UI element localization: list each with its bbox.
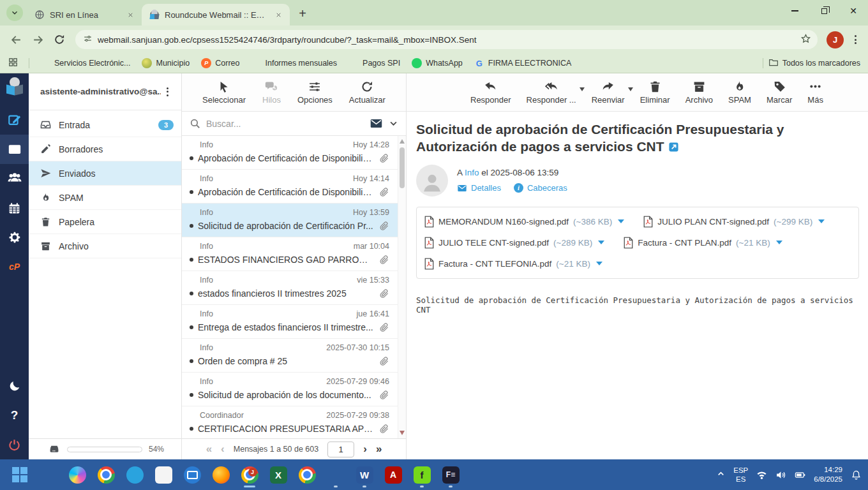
window-close-button[interactable]: ✕: [839, 0, 868, 22]
bookmark-item[interactable]: Municipio: [136, 58, 195, 68]
folder-item[interactable]: Archivo: [29, 234, 181, 258]
taskbar-app-button[interactable]: [295, 461, 319, 489]
window-minimize-button[interactable]: [780, 0, 809, 22]
bookmark-item[interactable]: WhatsApp: [406, 58, 468, 68]
folder-item[interactable]: Enviados: [29, 161, 181, 186]
attachment-chip[interactable]: Factura - CNT PLAN.pdf (~21 KB): [624, 237, 782, 249]
help-button[interactable]: ?: [0, 401, 29, 430]
next-page-button[interactable]: ›: [363, 443, 367, 456]
wifi-icon[interactable]: [756, 470, 767, 480]
message-toolbar-button[interactable]: Más: [807, 80, 823, 105]
recipient-link[interactable]: Info: [465, 168, 479, 177]
search-input[interactable]: [206, 119, 364, 129]
scrollbar-thumb[interactable]: [400, 147, 405, 188]
url-text[interactable]: webmail.sanjuan.gob.ec/cpsess1525424746/…: [98, 35, 795, 45]
attachment-menu-caret-icon[interactable]: [596, 262, 602, 265]
dark-mode-button[interactable]: [0, 371, 29, 401]
prev-page-button[interactable]: ‹: [221, 443, 225, 456]
bookmark-item[interactable]: Pagos SPI: [343, 58, 406, 68]
attachment-name[interactable]: JULIO TELE CNT-signed.pdf: [438, 238, 549, 248]
taskbar-app-button[interactable]: F≡: [438, 461, 463, 489]
attachment-chip[interactable]: Factura - CNT TLEFONIA.pdf (~21 KB): [424, 258, 602, 270]
last-page-button[interactable]: »: [376, 443, 382, 456]
attachment-menu-caret-icon[interactable]: [618, 219, 624, 223]
message-list-item[interactable]: Info vie 15:33 estados financieros II tr…: [182, 271, 406, 305]
message-toolbar-button[interactable]: SPAM: [728, 80, 751, 105]
attachment-name[interactable]: MEMORANDUM N160-signed.pdf: [438, 217, 569, 226]
taskbar-app-button[interactable]: J: [237, 461, 262, 489]
taskbar-app-button[interactable]: [94, 461, 118, 489]
first-page-button[interactable]: «: [206, 443, 212, 456]
scroll-down-icon[interactable]: [400, 431, 405, 435]
rail-calendar-button[interactable]: [0, 193, 29, 223]
attachment-name[interactable]: Factura - CNT TLEFONIA.pdf: [438, 259, 551, 269]
battery-icon[interactable]: [795, 470, 805, 480]
reload-button[interactable]: [50, 30, 69, 49]
message-toolbar-button[interactable]: Responder ...: [527, 80, 576, 105]
list-toolbar-button[interactable]: Actualizar: [349, 80, 385, 105]
list-toolbar-button[interactable]: Seleccionar: [202, 80, 246, 105]
tray-overflow-chevron-icon[interactable]: [717, 469, 725, 480]
notifications-bell-icon[interactable]: [851, 470, 862, 480]
new-tab-button[interactable]: +: [294, 4, 311, 22]
message-list-item[interactable]: Info Hoy 14:28 Aprobación de Certificaci…: [182, 136, 406, 170]
dropdown-caret-icon[interactable]: [628, 87, 633, 91]
attachment-name[interactable]: JULIO PLAN CNT-signed.pdf: [657, 217, 769, 226]
scroll-up-icon[interactable]: [400, 139, 405, 144]
attachment-chip[interactable]: MEMORANDUM N160-signed.pdf (~386 KB): [424, 216, 624, 228]
message-list-item[interactable]: Info jue 16:41 Entrega de estados financ…: [182, 305, 406, 339]
forward-button[interactable]: [28, 30, 47, 49]
attachment-chip[interactable]: JULIO TELE CNT-signed.pdf (~289 KB): [424, 237, 604, 249]
message-toolbar-button[interactable]: Archivo: [685, 80, 713, 105]
message-list-item[interactable]: Info 2025-07-30 10:15 Orden de compra # …: [182, 339, 406, 373]
taskbar-app-button[interactable]: [36, 461, 61, 489]
taskbar-app-button[interactable]: [180, 461, 204, 489]
folder-item[interactable]: SPAM: [29, 186, 181, 210]
cpanel-button[interactable]: cP: [0, 252, 29, 281]
taskbar-app-button[interactable]: X: [266, 461, 290, 489]
account-menu-icon[interactable]: [161, 87, 174, 96]
taskbar-app-button[interactable]: [324, 461, 348, 489]
site-settings-icon[interactable]: [83, 34, 93, 46]
all-bookmarks-label[interactable]: Todos los marcadores: [782, 59, 860, 68]
logout-button[interactable]: [0, 430, 29, 459]
taskbar-app-button[interactable]: f: [410, 461, 434, 489]
list-toolbar-button[interactable]: Opciones: [297, 80, 333, 105]
folder-item[interactable]: Borradores: [29, 137, 181, 161]
search-options-chevron-icon[interactable]: [389, 119, 398, 128]
message-toolbar-button[interactable]: Reenviar: [592, 80, 625, 105]
clock[interactable]: 14:29 6/8/2025: [814, 465, 842, 484]
bookmark-item[interactable]: Servicios Electrónic...: [34, 58, 136, 68]
tab-close-icon[interactable]: [125, 10, 135, 20]
dropdown-caret-icon[interactable]: [580, 87, 585, 91]
attachment-menu-caret-icon[interactable]: [818, 219, 825, 223]
browser-tab[interactable]: Roundcube Webmail :: Enviados: [142, 4, 290, 26]
attachment-menu-caret-icon[interactable]: [776, 241, 782, 244]
taskbar-app-button[interactable]: A: [381, 461, 405, 489]
rail-contacts-button[interactable]: [0, 164, 29, 193]
rail-settings-button[interactable]: [0, 223, 29, 252]
back-button[interactable]: [6, 30, 26, 49]
message-toolbar-button[interactable]: Eliminar: [640, 80, 670, 105]
compose-button[interactable]: [0, 105, 29, 135]
message-list-item[interactable]: Info mar 10:04 ESTADOS FINANCIEROS GAD P…: [182, 237, 406, 271]
attachment-name[interactable]: Factura - CNT PLAN.pdf: [638, 238, 731, 248]
bookmark-star-icon[interactable]: [800, 33, 811, 47]
message-toolbar-button[interactable]: Responder: [470, 80, 511, 105]
taskbar-app-button[interactable]: [8, 461, 32, 489]
headers-toggle[interactable]: i Cabeceras: [514, 183, 567, 193]
tab-search-button[interactable]: [6, 4, 23, 21]
page-input[interactable]: [327, 442, 354, 457]
apps-grid-icon[interactable]: [8, 57, 19, 70]
browser-profile-avatar[interactable]: J: [827, 31, 844, 48]
attachment-menu-caret-icon[interactable]: [598, 241, 604, 244]
rail-mail-button[interactable]: [0, 135, 29, 164]
taskbar-app-button[interactable]: [65, 461, 89, 489]
message-list-item[interactable]: Info 2025-07-29 09:46 Solicitud de aprob…: [182, 373, 406, 406]
search-scope-mail-icon[interactable]: [370, 117, 383, 130]
message-toolbar-button[interactable]: Marcar: [767, 80, 792, 105]
folder-item[interactable]: Papelera: [29, 210, 181, 234]
folder-item[interactable]: Entrada 3: [29, 113, 181, 137]
speaker-icon[interactable]: [775, 470, 786, 480]
message-list-item[interactable]: Info Hoy 14:14 Aprobación de Certificaci…: [182, 170, 406, 204]
